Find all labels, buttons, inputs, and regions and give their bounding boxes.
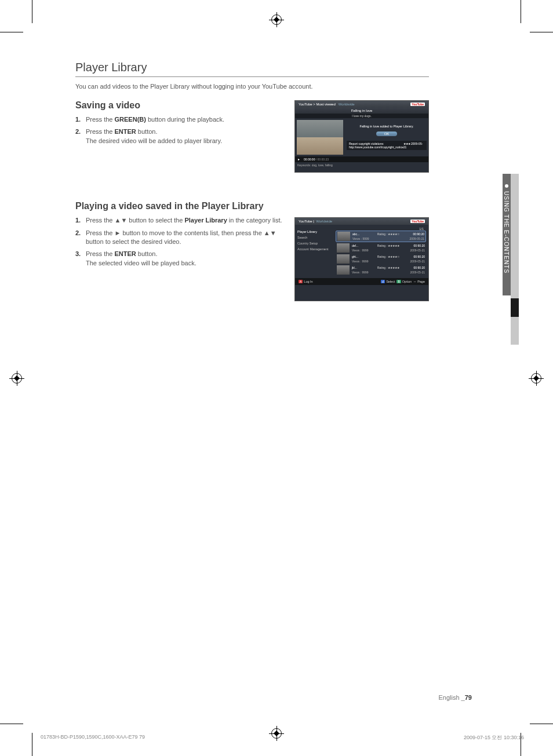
step-text: button. xyxy=(136,128,158,135)
footer-page[interactable]: ↔ Page xyxy=(413,280,425,283)
page-content: Player Library You can add videos to the… xyxy=(75,61,429,285)
row-title: ghi... xyxy=(352,255,376,258)
saving-steps: 1. Press the GREEN(B) button during the … xyxy=(75,115,284,145)
step-bold: ENTER xyxy=(115,250,136,257)
row-thumbnail xyxy=(337,265,350,275)
step-text: Press the xyxy=(86,250,115,257)
step-number: 3. xyxy=(75,250,81,258)
row-date: 2009-05-21 xyxy=(401,260,425,263)
sidebar-item[interactable]: Account Management xyxy=(297,247,333,253)
step-text: button to move to the contents list, the… xyxy=(121,229,263,236)
print-timestamp: 2009-07-15 오전 10:30:16 xyxy=(464,734,524,742)
step-text: Press the xyxy=(86,116,115,123)
sidebar-item[interactable]: Search xyxy=(297,235,333,241)
saving-heading: Saving a video xyxy=(75,100,284,111)
step-text: button. xyxy=(136,250,158,257)
step-number: 1. xyxy=(75,115,81,124)
step-text: button to select the xyxy=(127,217,184,224)
play-icon: ► xyxy=(297,158,300,161)
row-views: Views : 9999 xyxy=(352,249,376,252)
arrow-icon: ▲▼ xyxy=(264,229,276,236)
main-heading: Player Library xyxy=(75,61,429,77)
sidebar-item[interactable]: Player Library xyxy=(297,229,333,235)
keywords: Keywords: dog, love, falling xyxy=(295,162,428,168)
playing-heading: Playing a video saved in the Player Libr… xyxy=(75,201,284,211)
ss-breadcrumb: YouTube | Worldwide xyxy=(299,220,332,223)
step-bold: Player Library xyxy=(184,217,227,224)
sidebar-item[interactable]: Country Setup xyxy=(297,241,333,247)
row-time: 00:90:20 xyxy=(401,244,425,247)
ss-subtitle: I love my dogs. xyxy=(295,114,428,118)
row-views: Views : 9999 xyxy=(352,260,376,263)
row-time: 00:90:20 xyxy=(401,232,424,236)
footer-login[interactable]: ALog In xyxy=(299,280,313,283)
ss-video-title: Falling in love xyxy=(295,108,428,114)
step-bold: ENTER xyxy=(115,128,136,135)
ss-header: YouTube | Worldwide YouTube xyxy=(295,218,428,225)
row-time: 00:90:20 xyxy=(401,255,425,258)
page-footer: English _79 xyxy=(438,694,472,701)
arrow-icon: ▲▼ xyxy=(115,217,128,224)
row-date: 2009-05-21 xyxy=(401,271,425,274)
section-saving: Saving a video 1. Press the GREEN(B) but… xyxy=(75,100,429,145)
list-item[interactable]: jkl... Rating : ★★★★★ 00:90:20 Views : 9… xyxy=(336,265,426,275)
row-title: def... xyxy=(352,244,376,247)
step-text: Press the xyxy=(86,229,115,236)
step-1: 1. Press the GREEN(B) button during the … xyxy=(75,115,284,124)
list-item[interactable]: abc... Rating : ★★★★☆ 00:90:20 Views : 9… xyxy=(336,231,426,242)
ss-footer: ALog In dSelect BOption ↔ Page xyxy=(295,278,428,285)
step-text: button during the playback. xyxy=(146,116,224,123)
video-thumbnail xyxy=(297,120,343,155)
row-rating: Rating : ★★★★★ xyxy=(377,266,401,269)
ss-breadcrumb: YouTube > Most viewed Worldwide xyxy=(299,103,355,106)
step-2: 2. Press the ► button to move to the con… xyxy=(75,229,284,247)
row-views: Views : 9999 xyxy=(352,237,376,240)
screenshot-library: YouTube | Worldwide YouTube Player Libra… xyxy=(294,217,429,301)
ss-sidebar: Player Library Search Country Setup Acco… xyxy=(295,225,336,278)
row-title: jkl... xyxy=(352,266,376,269)
step-1: 1. Press the ▲▼ button to select the Pla… xyxy=(75,216,284,225)
row-date: 2009-05-21 xyxy=(401,237,424,240)
step-text: in the category list. xyxy=(227,217,282,224)
arrow-icon: ► xyxy=(115,229,121,236)
step-text: button to select the desired video. xyxy=(86,238,181,245)
section-playing: Playing a video saved in the Player Libr… xyxy=(75,201,429,268)
step-2: 2. Press the ENTER button. The desired v… xyxy=(75,127,284,145)
step-number: 1. xyxy=(75,216,81,225)
step-bold: GREEN(B) xyxy=(115,116,146,123)
playing-steps: 1. Press the ▲▼ button to select the Pla… xyxy=(75,216,284,268)
footer-option[interactable]: BOption xyxy=(396,280,412,283)
row-rating: Rating : ★★★★☆ xyxy=(377,255,401,258)
list-item[interactable]: ghi... Rating : ★★★★☆ 00:90:20 Views : 9… xyxy=(336,254,426,264)
step-number: 2. xyxy=(75,127,81,136)
row-time: 00:90:20 xyxy=(401,266,425,269)
ss-video-list: 1/1 abc... Rating : ★★★★☆ 00:90:20 Views… xyxy=(336,225,428,278)
print-file: 01783H-BD-P1590,1590C,1600-XAA-E79 79 xyxy=(41,734,145,742)
step-text: Press the xyxy=(86,128,115,135)
copyright-note: Report copyright violations: http://www.… xyxy=(347,141,427,150)
intro-text: You can add videos to the Player Library… xyxy=(75,83,429,90)
bullet-icon xyxy=(505,184,508,188)
ok-button[interactable]: OK xyxy=(376,132,398,136)
row-views: Views : 9999 xyxy=(352,271,376,274)
print-footer: 01783H-BD-P1590,1590C,1600-XAA-E79 79 20… xyxy=(41,734,524,742)
step-3: 3. Press the ENTER button. The selected … xyxy=(75,250,284,268)
row-thumbnail xyxy=(337,254,350,264)
step-text: Press the xyxy=(86,217,115,224)
list-item[interactable]: def... Rating : ★★★★★ 00:90:20 Views : 9… xyxy=(336,243,426,253)
footer-select[interactable]: dSelect xyxy=(381,280,395,283)
screenshot-saving: YouTube > Most viewed Worldwide YouTube … xyxy=(294,100,429,173)
row-rating: Rating : ★★★★☆ xyxy=(377,232,400,236)
side-tab: USING THE E-CONTENTS xyxy=(492,174,521,345)
row-rating: Rating : ★★★★★ xyxy=(377,244,401,247)
row-thumbnail xyxy=(337,232,350,241)
row-date: 2009-05-21 xyxy=(401,249,425,252)
youtube-logo: YouTube xyxy=(410,220,425,223)
row-thumbnail xyxy=(337,243,350,253)
youtube-logo: YouTube xyxy=(410,103,425,106)
progress-bar: ► 00:00:00 / 00:00:23 xyxy=(295,156,428,162)
step-text: The desired video will be added to playe… xyxy=(86,137,222,144)
side-tab-label: USING THE E-CONTENTS xyxy=(503,184,510,273)
step-text: The selected video will be played back. xyxy=(86,260,197,266)
row-title: abc... xyxy=(352,232,376,236)
